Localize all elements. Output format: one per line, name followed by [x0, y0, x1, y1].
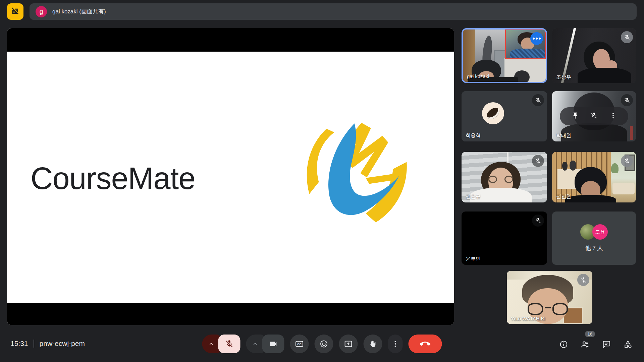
camera-control-group: [246, 335, 284, 353]
presenter-banner[interactable]: g gai kozaki (画面共有): [30, 3, 637, 20]
avatar-doyun-label: 도윤: [595, 229, 605, 235]
call-controls: CC: [202, 335, 442, 353]
letterbox-top: [7, 28, 454, 52]
emoji-icon: [319, 339, 329, 349]
dot: [533, 38, 535, 40]
mic-muted-icon: [532, 155, 544, 167]
meeting-code: pnw-ecwj-pem: [40, 340, 85, 348]
avatar: [482, 102, 504, 124]
mic-toggle-button[interactable]: [218, 335, 240, 353]
participant-name: 윤부민: [466, 256, 481, 262]
participant-name: gai kozaki: [467, 73, 489, 79]
participant-name: Yuto WATAHIKI: [511, 316, 546, 321]
mic-muted-icon: [621, 31, 633, 43]
presenter-label: gai kozaki (画面共有): [52, 8, 106, 15]
chat-icon: [602, 340, 611, 349]
mic-muted-icon: [532, 94, 544, 106]
tile-park-taehyun[interactable]: 박태현: [552, 91, 636, 141]
presenter-avatar-letter: g: [40, 8, 43, 15]
tile-yun-bumin[interactable]: 윤부민: [462, 212, 547, 265]
dot: [536, 38, 538, 40]
participant-name: 권순규: [466, 193, 481, 200]
overflow-count-label: 他 7 人: [585, 244, 603, 252]
panel-buttons: 16: [555, 336, 636, 352]
person-glasses: [528, 303, 568, 316]
tile-choi-yonghyuk[interactable]: 최용혁: [462, 91, 547, 141]
bg-vase: [570, 161, 576, 171]
bg-sofa: [612, 183, 635, 194]
pin-button[interactable]: [572, 112, 579, 121]
camera-toggle-button[interactable]: [262, 335, 284, 353]
mic-muted-icon: [621, 155, 633, 167]
clock-time: 15:31: [10, 340, 28, 348]
reactions-button[interactable]: [315, 335, 333, 353]
meeting-info: 15:31 pnw-ecwj-pem: [10, 340, 85, 348]
bg-object: [630, 126, 633, 140]
shared-screen-stage: CourseMate: [7, 28, 454, 325]
dot: [539, 38, 541, 40]
captions-icon: CC: [295, 339, 304, 349]
participant-name: 최용혁: [466, 132, 481, 139]
participant-name: 조상우: [556, 74, 571, 80]
chevron-up-icon: [252, 341, 258, 347]
raise-hand-button[interactable]: [364, 335, 382, 353]
camera-options-button[interactable]: [246, 335, 264, 353]
bg-vase: [562, 162, 568, 171]
mic-muted-icon: [532, 215, 544, 227]
people-icon: [580, 340, 590, 349]
participants-button[interactable]: 16: [577, 336, 593, 352]
participant-name: 박태현: [556, 132, 571, 139]
mic-muted-icon: [577, 274, 589, 286]
tile-cho-sangwoo[interactable]: 조상우: [552, 28, 636, 83]
chat-button[interactable]: [598, 336, 614, 352]
tile-more-options-button[interactable]: [530, 32, 543, 45]
person-glasses: [488, 176, 513, 184]
person-torso: [565, 195, 616, 202]
more-options-button[interactable]: [388, 335, 403, 353]
presentation-off-icon: [11, 6, 20, 17]
present-icon: [344, 339, 353, 349]
participants-count-badge: 16: [585, 331, 595, 337]
leave-call-button[interactable]: [409, 335, 442, 353]
present-button[interactable]: [339, 335, 358, 353]
mic-off-icon: [225, 340, 234, 348]
svg-text:CC: CC: [297, 343, 302, 346]
shared-slide-title: CourseMate: [31, 161, 195, 196]
tile-kwon-jinhyun[interactable]: 권진현: [552, 152, 636, 202]
coursemate-logo: [290, 119, 411, 234]
presenter-avatar: g: [36, 6, 47, 17]
person-torso: [578, 68, 631, 83]
captions-button[interactable]: CC: [290, 335, 309, 353]
tile-hover-controls: [560, 107, 628, 125]
mic-options-button[interactable]: [202, 335, 220, 353]
activities-button[interactable]: [620, 336, 636, 352]
letterbox-bottom: [7, 303, 454, 325]
camera-icon: [269, 340, 278, 348]
avatar-cookie-image: [485, 105, 501, 121]
tile-yuto-watahiki[interactable]: Yuto WATAHIKI: [507, 271, 592, 324]
shapes-icon: [623, 340, 633, 349]
avatar-doyun: 도윤: [592, 224, 608, 240]
mic-muted-icon: [621, 94, 633, 106]
call-end-icon: [420, 339, 431, 349]
mic-control-group: [202, 335, 240, 353]
person-glasses-bridge: [545, 307, 551, 308]
chevron-up-icon: [208, 341, 214, 347]
bg-plant: [611, 163, 619, 173]
meeting-details-button[interactable]: [555, 336, 572, 352]
mute-button[interactable]: [590, 112, 598, 121]
participant-name: 권진현: [556, 193, 571, 200]
info-icon: [559, 340, 568, 349]
more-vert-icon: [391, 340, 399, 348]
screen-share-status-button[interactable]: [7, 3, 23, 20]
google-meet-window: g gai kozaki (画面共有) CourseMate: [0, 0, 644, 362]
tile-overflow-participants[interactable]: 도윤 他 7 人: [552, 212, 636, 265]
hand-icon: [368, 340, 377, 349]
person-shirt: [510, 49, 545, 58]
overflow-avatars: 도윤: [580, 224, 608, 240]
tile-gai-kozaki[interactable]: gai kozaki: [462, 28, 547, 83]
tile-kwon-sungyu[interactable]: 권순규: [462, 152, 547, 202]
tile-more-options-button[interactable]: [609, 112, 617, 121]
divider: [34, 340, 34, 348]
